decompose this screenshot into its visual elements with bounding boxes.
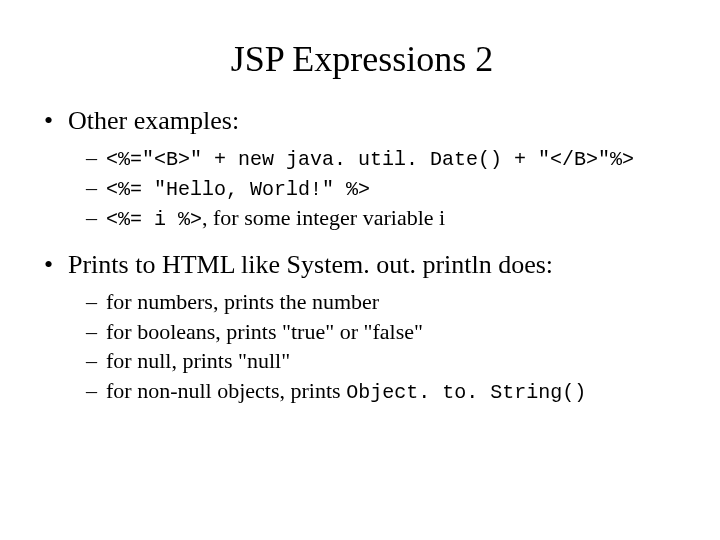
list-item: <%="<B>" + new java. util. Date() + "</B… — [86, 144, 684, 172]
code-suffix: , for some integer variable i — [202, 205, 445, 230]
bullet-other-examples: Other examples: <%="<B>" + new java. uti… — [40, 106, 684, 232]
bullet-list: Other examples: <%="<B>" + new java. uti… — [40, 106, 684, 405]
list-item: for booleans, prints "true" or "false" — [86, 318, 684, 346]
list-item: <%= "Hello, World!" %> — [86, 174, 684, 202]
code-snippet: <%= "Hello, World!" %> — [106, 178, 370, 201]
sub-text: for non-null objects, prints — [106, 378, 346, 403]
bullet-label: Other examples: — [68, 106, 239, 135]
sub-text: for booleans, prints "true" or "false" — [106, 319, 423, 344]
slide-title: JSP Expressions 2 — [40, 38, 684, 80]
list-item: for non-null objects, prints Object. to.… — [86, 377, 684, 405]
code-snippet: Object. to. String() — [346, 381, 586, 404]
code-snippet: <%= i %> — [106, 208, 202, 231]
sub-text: for numbers, prints the number — [106, 289, 379, 314]
slide: JSP Expressions 2 Other examples: <%="<B… — [0, 0, 720, 540]
list-item: for null, prints "null" — [86, 347, 684, 375]
bullet-label: Prints to HTML like System. out. println… — [68, 250, 553, 279]
code-snippet: <%="<B>" + new java. util. Date() + "</B… — [106, 148, 634, 171]
sub-list-prints: for numbers, prints the number for boole… — [68, 288, 684, 405]
list-item: for numbers, prints the number — [86, 288, 684, 316]
list-item: <%= i %>, for some integer variable i — [86, 204, 684, 232]
bullet-prints-to-html: Prints to HTML like System. out. println… — [40, 250, 684, 405]
sub-list-examples: <%="<B>" + new java. util. Date() + "</B… — [68, 144, 684, 232]
sub-text: for null, prints "null" — [106, 348, 290, 373]
